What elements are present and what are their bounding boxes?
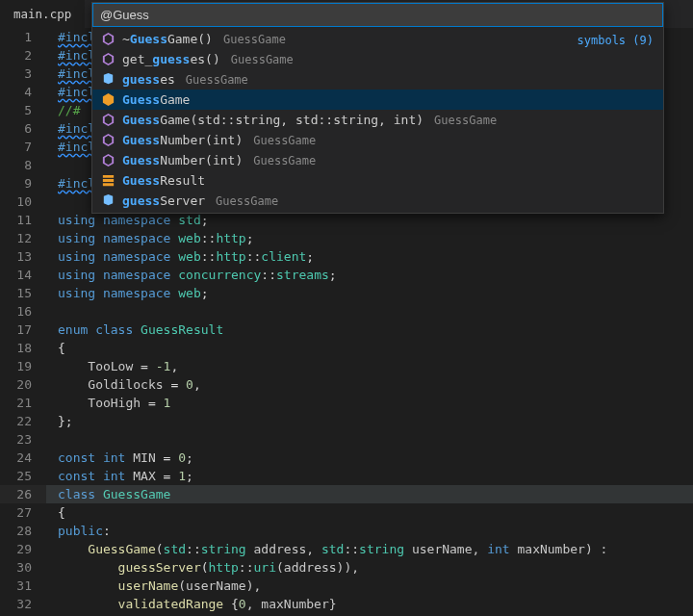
code-line[interactable]: using namespace concurrency::streams; <box>46 266 693 284</box>
code-line[interactable]: using namespace web::http; <box>46 229 693 247</box>
code-line[interactable]: validatedRange {0, maxNumber} <box>46 595 693 613</box>
symbol-list: ~GuessGame()GuessGameget_guesses()GuessG… <box>92 27 663 213</box>
code-line[interactable]: const int MIN = 0; <box>46 449 693 467</box>
code-line[interactable]: class GuessGame <box>46 485 693 503</box>
symbol-detail: GuessGame <box>253 134 316 147</box>
symbol-label: ~GuessGame() <box>122 32 213 46</box>
method-icon <box>101 153 116 167</box>
code-line[interactable]: { <box>46 339 693 357</box>
line-numbers: 1234567891011121314151617181920212223242… <box>0 28 46 616</box>
symbol-item[interactable]: get_guesses()GuessGame <box>92 49 663 69</box>
code-line[interactable]: }; <box>46 412 693 430</box>
code-line[interactable]: userName(userName), <box>46 577 693 595</box>
symbol-label: GuessNumber(int) <box>122 133 243 147</box>
method-icon <box>101 52 116 66</box>
symbol-item[interactable]: GuessNumber(int)GuessGame <box>92 150 663 170</box>
symbol-item[interactable]: GuessGame <box>92 90 663 110</box>
field-icon <box>101 193 116 208</box>
symbol-label: GuessNumber(int) <box>122 153 243 167</box>
method-icon <box>101 113 116 127</box>
code-line[interactable]: const int MAX = 1; <box>46 467 693 485</box>
code-line[interactable]: Goldilocks = 0, <box>46 375 693 394</box>
code-line[interactable]: TooHigh = 1 <box>46 394 693 412</box>
class-icon <box>101 92 116 107</box>
code-line[interactable] <box>46 430 693 449</box>
code-line[interactable]: GuessGame(std::string address, std::stri… <box>46 540 693 558</box>
code-line[interactable]: enum class GuessResult <box>46 321 693 339</box>
symbol-label: guessServer <box>122 193 205 208</box>
code-line[interactable]: using namespace web; <box>46 284 693 302</box>
code-line[interactable]: TooLow = -1, <box>46 357 693 375</box>
symbol-label: GuessGame(std::string, std::string, int) <box>122 113 424 127</box>
code-line[interactable]: using namespace web::http::client; <box>46 247 693 266</box>
symbol-item[interactable]: guessesGuessGame <box>92 69 663 90</box>
symbol-detail: GuessGame <box>253 154 316 167</box>
tab-main-cpp[interactable]: main.cpp <box>0 0 86 28</box>
field-icon <box>101 72 116 87</box>
method-icon <box>101 32 116 46</box>
symbol-item[interactable]: guessServerGuessGame <box>92 191 663 211</box>
code-line[interactable]: guessServer(http::uri(address)), <box>46 558 693 577</box>
code-line[interactable] <box>46 302 693 321</box>
symbol-label: guesses <box>122 72 175 87</box>
symbol-item[interactable]: GuessResult <box>92 170 663 191</box>
enum-icon <box>101 173 116 188</box>
symbol-detail: GuessGame <box>216 194 278 208</box>
symbol-picker: symbols (9) ~GuessGame()GuessGameget_gue… <box>91 2 664 214</box>
symbol-item[interactable]: GuessNumber(int)GuessGame <box>92 130 663 150</box>
method-icon <box>101 133 116 147</box>
symbol-detail: GuessGame <box>231 53 294 66</box>
symbol-search-input[interactable] <box>92 3 663 27</box>
symbol-label: get_guesses() <box>122 52 220 66</box>
code-line[interactable]: { <box>46 503 693 522</box>
symbol-label: GuessGame <box>122 92 190 107</box>
symbol-detail: GuessGame <box>434 114 497 127</box>
symbol-detail: GuessGame <box>186 73 248 87</box>
symbol-label: GuessResult <box>122 173 205 188</box>
symbol-count-label: symbols (9) <box>578 34 654 47</box>
symbol-detail: GuessGame <box>223 33 286 46</box>
symbol-item[interactable]: GuessGame(std::string, std::string, int)… <box>92 110 663 130</box>
code-line[interactable]: public: <box>46 522 693 540</box>
